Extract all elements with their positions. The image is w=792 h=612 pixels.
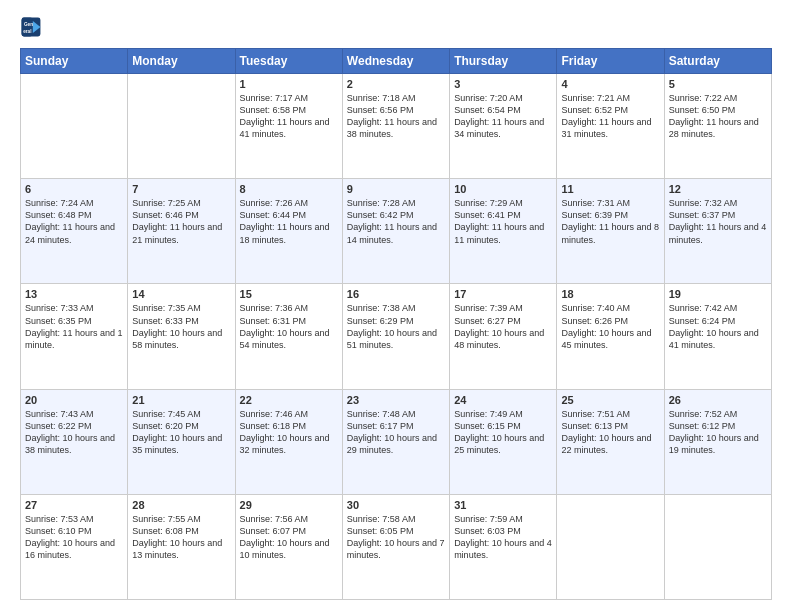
cell-text: Sunrise: 7:48 AM Sunset: 6:17 PM Dayligh… <box>347 408 445 457</box>
svg-text:Gen: Gen <box>24 22 33 27</box>
calendar-cell <box>21 74 128 179</box>
day-number: 1 <box>240 78 338 90</box>
week-row-2: 6Sunrise: 7:24 AM Sunset: 6:48 PM Daylig… <box>21 179 772 284</box>
cell-text: Sunrise: 7:22 AM Sunset: 6:50 PM Dayligh… <box>669 92 767 141</box>
svg-text:eral: eral <box>23 29 31 34</box>
cell-text: Sunrise: 7:25 AM Sunset: 6:46 PM Dayligh… <box>132 197 230 246</box>
calendar-cell: 13Sunrise: 7:33 AM Sunset: 6:35 PM Dayli… <box>21 284 128 389</box>
cell-text: Sunrise: 7:55 AM Sunset: 6:08 PM Dayligh… <box>132 513 230 562</box>
week-row-1: 1Sunrise: 7:17 AM Sunset: 6:58 PM Daylig… <box>21 74 772 179</box>
col-header-thursday: Thursday <box>450 49 557 74</box>
week-row-4: 20Sunrise: 7:43 AM Sunset: 6:22 PM Dayli… <box>21 389 772 494</box>
calendar-cell: 2Sunrise: 7:18 AM Sunset: 6:56 PM Daylig… <box>342 74 449 179</box>
cell-text: Sunrise: 7:31 AM Sunset: 6:39 PM Dayligh… <box>561 197 659 246</box>
calendar-cell <box>128 74 235 179</box>
calendar-cell: 8Sunrise: 7:26 AM Sunset: 6:44 PM Daylig… <box>235 179 342 284</box>
calendar-cell: 3Sunrise: 7:20 AM Sunset: 6:54 PM Daylig… <box>450 74 557 179</box>
calendar-cell: 5Sunrise: 7:22 AM Sunset: 6:50 PM Daylig… <box>664 74 771 179</box>
day-number: 2 <box>347 78 445 90</box>
cell-text: Sunrise: 7:33 AM Sunset: 6:35 PM Dayligh… <box>25 302 123 351</box>
day-number: 5 <box>669 78 767 90</box>
cell-text: Sunrise: 7:56 AM Sunset: 6:07 PM Dayligh… <box>240 513 338 562</box>
cell-text: Sunrise: 7:45 AM Sunset: 6:20 PM Dayligh… <box>132 408 230 457</box>
cell-text: Sunrise: 7:28 AM Sunset: 6:42 PM Dayligh… <box>347 197 445 246</box>
calendar-cell: 28Sunrise: 7:55 AM Sunset: 6:08 PM Dayli… <box>128 494 235 599</box>
calendar-cell: 18Sunrise: 7:40 AM Sunset: 6:26 PM Dayli… <box>557 284 664 389</box>
col-header-wednesday: Wednesday <box>342 49 449 74</box>
calendar-cell: 1Sunrise: 7:17 AM Sunset: 6:58 PM Daylig… <box>235 74 342 179</box>
calendar-cell: 10Sunrise: 7:29 AM Sunset: 6:41 PM Dayli… <box>450 179 557 284</box>
calendar-cell: 6Sunrise: 7:24 AM Sunset: 6:48 PM Daylig… <box>21 179 128 284</box>
cell-text: Sunrise: 7:58 AM Sunset: 6:05 PM Dayligh… <box>347 513 445 562</box>
col-header-friday: Friday <box>557 49 664 74</box>
day-number: 22 <box>240 394 338 406</box>
calendar-cell: 20Sunrise: 7:43 AM Sunset: 6:22 PM Dayli… <box>21 389 128 494</box>
day-number: 20 <box>25 394 123 406</box>
col-header-monday: Monday <box>128 49 235 74</box>
cell-text: Sunrise: 7:36 AM Sunset: 6:31 PM Dayligh… <box>240 302 338 351</box>
calendar-cell: 14Sunrise: 7:35 AM Sunset: 6:33 PM Dayli… <box>128 284 235 389</box>
day-number: 17 <box>454 288 552 300</box>
week-row-5: 27Sunrise: 7:53 AM Sunset: 6:10 PM Dayli… <box>21 494 772 599</box>
day-number: 25 <box>561 394 659 406</box>
calendar-cell <box>664 494 771 599</box>
day-number: 3 <box>454 78 552 90</box>
day-number: 14 <box>132 288 230 300</box>
cell-text: Sunrise: 7:20 AM Sunset: 6:54 PM Dayligh… <box>454 92 552 141</box>
calendar-cell: 19Sunrise: 7:42 AM Sunset: 6:24 PM Dayli… <box>664 284 771 389</box>
day-number: 18 <box>561 288 659 300</box>
calendar-cell: 25Sunrise: 7:51 AM Sunset: 6:13 PM Dayli… <box>557 389 664 494</box>
day-number: 4 <box>561 78 659 90</box>
col-header-sunday: Sunday <box>21 49 128 74</box>
day-number: 6 <box>25 183 123 195</box>
day-number: 10 <box>454 183 552 195</box>
cell-text: Sunrise: 7:32 AM Sunset: 6:37 PM Dayligh… <box>669 197 767 246</box>
page: Gen eral SundayMondayTuesdayWednesdayThu… <box>0 0 792 612</box>
cell-text: Sunrise: 7:59 AM Sunset: 6:03 PM Dayligh… <box>454 513 552 562</box>
calendar-cell: 16Sunrise: 7:38 AM Sunset: 6:29 PM Dayli… <box>342 284 449 389</box>
day-number: 15 <box>240 288 338 300</box>
calendar-cell: 29Sunrise: 7:56 AM Sunset: 6:07 PM Dayli… <box>235 494 342 599</box>
logo: Gen eral <box>20 16 44 38</box>
cell-text: Sunrise: 7:38 AM Sunset: 6:29 PM Dayligh… <box>347 302 445 351</box>
calendar-cell: 24Sunrise: 7:49 AM Sunset: 6:15 PM Dayli… <box>450 389 557 494</box>
day-number: 30 <box>347 499 445 511</box>
calendar-cell: 23Sunrise: 7:48 AM Sunset: 6:17 PM Dayli… <box>342 389 449 494</box>
cell-text: Sunrise: 7:29 AM Sunset: 6:41 PM Dayligh… <box>454 197 552 246</box>
day-number: 8 <box>240 183 338 195</box>
day-number: 24 <box>454 394 552 406</box>
day-number: 31 <box>454 499 552 511</box>
calendar-cell: 30Sunrise: 7:58 AM Sunset: 6:05 PM Dayli… <box>342 494 449 599</box>
calendar-cell: 21Sunrise: 7:45 AM Sunset: 6:20 PM Dayli… <box>128 389 235 494</box>
calendar-cell <box>557 494 664 599</box>
day-number: 12 <box>669 183 767 195</box>
day-number: 27 <box>25 499 123 511</box>
day-number: 23 <box>347 394 445 406</box>
cell-text: Sunrise: 7:18 AM Sunset: 6:56 PM Dayligh… <box>347 92 445 141</box>
day-number: 11 <box>561 183 659 195</box>
day-number: 28 <box>132 499 230 511</box>
day-number: 29 <box>240 499 338 511</box>
cell-text: Sunrise: 7:43 AM Sunset: 6:22 PM Dayligh… <box>25 408 123 457</box>
calendar-header-row: SundayMondayTuesdayWednesdayThursdayFrid… <box>21 49 772 74</box>
cell-text: Sunrise: 7:24 AM Sunset: 6:48 PM Dayligh… <box>25 197 123 246</box>
calendar-cell: 4Sunrise: 7:21 AM Sunset: 6:52 PM Daylig… <box>557 74 664 179</box>
calendar-table: SundayMondayTuesdayWednesdayThursdayFrid… <box>20 48 772 600</box>
day-number: 26 <box>669 394 767 406</box>
cell-text: Sunrise: 7:52 AM Sunset: 6:12 PM Dayligh… <box>669 408 767 457</box>
calendar-cell: 15Sunrise: 7:36 AM Sunset: 6:31 PM Dayli… <box>235 284 342 389</box>
day-number: 7 <box>132 183 230 195</box>
day-number: 13 <box>25 288 123 300</box>
calendar-cell: 17Sunrise: 7:39 AM Sunset: 6:27 PM Dayli… <box>450 284 557 389</box>
calendar-cell: 26Sunrise: 7:52 AM Sunset: 6:12 PM Dayli… <box>664 389 771 494</box>
col-header-tuesday: Tuesday <box>235 49 342 74</box>
calendar-cell: 7Sunrise: 7:25 AM Sunset: 6:46 PM Daylig… <box>128 179 235 284</box>
cell-text: Sunrise: 7:42 AM Sunset: 6:24 PM Dayligh… <box>669 302 767 351</box>
cell-text: Sunrise: 7:51 AM Sunset: 6:13 PM Dayligh… <box>561 408 659 457</box>
cell-text: Sunrise: 7:35 AM Sunset: 6:33 PM Dayligh… <box>132 302 230 351</box>
cell-text: Sunrise: 7:26 AM Sunset: 6:44 PM Dayligh… <box>240 197 338 246</box>
cell-text: Sunrise: 7:49 AM Sunset: 6:15 PM Dayligh… <box>454 408 552 457</box>
calendar-cell: 22Sunrise: 7:46 AM Sunset: 6:18 PM Dayli… <box>235 389 342 494</box>
header: Gen eral <box>20 16 772 38</box>
calendar-cell: 11Sunrise: 7:31 AM Sunset: 6:39 PM Dayli… <box>557 179 664 284</box>
